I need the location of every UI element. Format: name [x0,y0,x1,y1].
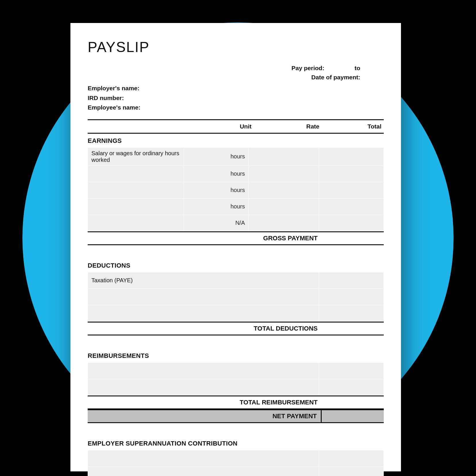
date-of-payment-label: Date of payment: [311,74,360,80]
pay-period-to: to [354,65,360,71]
total-reimbursement-row: TOTAL REIMBURSEMENT [88,396,384,409]
gross-payment-label: GROSS PAYMENT [88,232,322,244]
earnings-rate [249,198,319,215]
total-reimbursement-value [322,396,384,408]
earnings-desc: Salary or wages for ordinary hours worke… [88,147,184,166]
super-total [319,450,384,467]
super-desc [88,450,319,467]
table-row: hours [88,198,384,215]
super-total [319,467,384,476]
earnings-unit: hours [184,166,249,182]
reimb-total [319,362,384,379]
earnings-total [319,198,384,215]
gross-payment-value [322,232,384,244]
total-deductions-label: TOTAL DEDUCTIONS [88,323,322,335]
earnings-rate [249,147,319,166]
earnings-unit: hours [184,147,249,166]
earnings-table: Salary or wages for ordinary hours worke… [88,147,384,231]
reimb-total [319,379,384,395]
table-row [88,379,384,395]
document-title: PAYSLIP [88,39,384,55]
pay-period-label: Pay period: [291,65,324,71]
column-total: Total [322,120,384,133]
table-row: N/A [88,215,384,231]
earnings-total [319,166,384,182]
net-payment-row: NET PAYMENT [88,409,384,423]
deductions-desc [88,305,319,321]
deductions-total [319,289,384,305]
reimb-desc [88,362,319,379]
column-unit: Unit [192,120,254,133]
table-row: hours [88,182,384,198]
header-rule: Unit Rate Total [88,119,384,134]
super-heading: EMPLOYER SUPERANNUATION CONTRIBUTION [88,436,384,450]
earnings-total [319,182,384,198]
total-deductions-row: TOTAL DEDUCTIONS [88,322,384,335]
earnings-total [319,147,384,166]
spacer [88,423,384,436]
reimbursements-heading: REIMBURSEMENTS [88,349,384,362]
table-row [88,289,384,305]
column-headers: Unit Rate Total [88,120,384,134]
earnings-desc [88,215,184,231]
earnings-desc [88,198,184,215]
employee-name-label: Employee's name: [88,103,384,112]
table-row: Taxation (PAYE) [88,272,384,289]
gross-payment-row: GROSS PAYMENT [88,231,384,245]
meta-left: Employer's name: IRD number: Employee's … [88,83,384,112]
earnings-unit: N/A [184,215,249,231]
spacer [88,245,384,258]
date-of-payment-line: Date of payment: [88,73,384,82]
payslip-sheet: PAYSLIP Pay period: to Date of payment: … [70,23,401,471]
deductions-table: Taxation (PAYE) [88,272,384,322]
earnings-rate [249,182,319,198]
table-row [88,362,384,379]
super-desc [88,467,319,476]
spacer [88,335,384,349]
earnings-heading: EARNINGS [88,134,384,147]
deductions-total [319,272,384,289]
total-deductions-value [322,323,384,335]
reimb-desc [88,379,319,395]
stage: PAYSLIP Pay period: to Date of payment: … [0,0,476,476]
ird-number-label: IRD number: [88,93,384,103]
earnings-total [319,215,384,231]
pay-period-line: Pay period: to [88,64,384,73]
super-table [88,450,384,476]
earnings-rate [249,215,319,231]
reimbursements-table [88,362,384,396]
table-row [88,305,384,321]
column-blank [88,120,192,133]
employer-name-label: Employer's name: [88,83,384,93]
deductions-heading: DEDUCTIONS [88,258,384,272]
earnings-unit: hours [184,198,249,215]
table-row [88,450,384,467]
net-payment-value [322,410,384,422]
net-payment-label: NET PAYMENT [88,410,322,422]
meta-right: Pay period: to Date of payment: [88,64,384,82]
deductions-total [319,305,384,321]
earnings-unit: hours [184,182,249,198]
earnings-desc [88,182,184,198]
table-row [88,467,384,476]
earnings-rate [249,166,319,182]
total-reimbursement-label: TOTAL REIMBURSEMENT [88,396,322,408]
earnings-desc [88,166,184,182]
table-row: hours [88,166,384,182]
deductions-desc [88,289,319,305]
table-row: Salary or wages for ordinary hours worke… [88,147,384,166]
deductions-desc: Taxation (PAYE) [88,272,319,289]
column-rate: Rate [254,120,322,133]
